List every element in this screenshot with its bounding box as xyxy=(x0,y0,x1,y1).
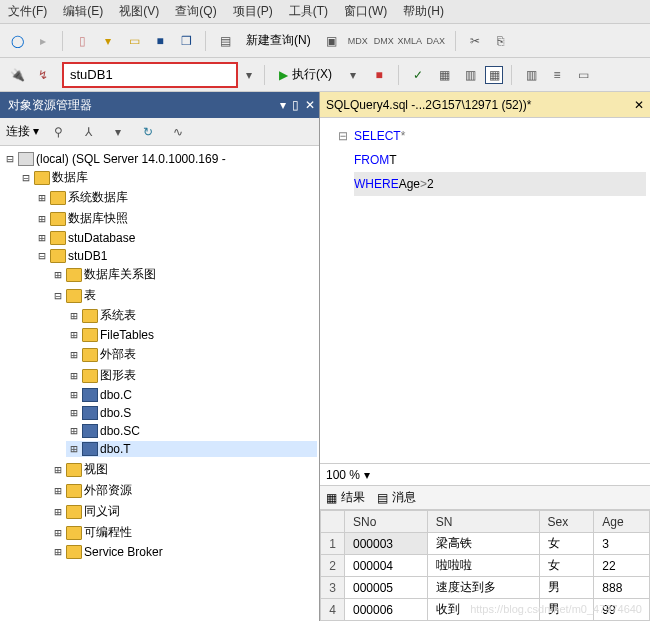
tree-server-node[interactable]: ⊟ (local) (SQL Server 14.0.1000.169 - xyxy=(2,151,317,167)
save-icon[interactable]: ■ xyxy=(149,30,171,52)
col-sn[interactable]: SN xyxy=(427,511,539,533)
database-selector-input[interactable] xyxy=(70,67,230,82)
stop-icon[interactable]: ■ xyxy=(368,64,390,86)
nav-fwd-icon[interactable]: ▸ xyxy=(32,30,54,52)
panel-pin-icon[interactable]: ▯ xyxy=(292,98,299,112)
collapse-icon[interactable]: ⊟ xyxy=(4,152,16,166)
expand-icon[interactable]: ⊞ xyxy=(36,231,48,245)
include-plan-icon[interactable]: ▥ xyxy=(459,64,481,86)
tree-dbo-s[interactable]: ⊞dbo.S xyxy=(66,405,317,421)
dmx-icon[interactable]: DMX xyxy=(373,30,395,52)
panel-dropdown-icon[interactable]: ▾ xyxy=(280,98,286,112)
menu-help[interactable]: 帮助(H) xyxy=(403,3,444,20)
activity-icon[interactable]: ∿ xyxy=(167,121,189,143)
execute-button[interactable]: ▶ 执行(X) xyxy=(273,64,338,85)
filter-icon[interactable]: ▾ xyxy=(107,121,129,143)
tree-exttables[interactable]: ⊞外部表 xyxy=(66,345,317,364)
tree-synonyms[interactable]: ⊞同义词 xyxy=(50,502,317,521)
tree-diagrams[interactable]: ⊞数据库关系图 xyxy=(50,265,317,284)
cut-icon[interactable]: ✂ xyxy=(464,30,486,52)
menu-project[interactable]: 项目(P) xyxy=(233,3,273,20)
new-query-button[interactable]: 新建查询(N) xyxy=(240,30,317,51)
expand-icon[interactable]: ⊞ xyxy=(68,388,80,402)
new-item-icon[interactable]: ▯ xyxy=(71,30,93,52)
expand-icon[interactable]: ⊞ xyxy=(52,484,64,498)
results-grid[interactable]: SNo SN Sex Age 1000003梁高铁女3 2000004啦啦啦女2… xyxy=(320,509,650,621)
tree-dbsnap[interactable]: ⊞数据库快照 xyxy=(34,209,317,228)
database-selector[interactable] xyxy=(62,62,238,88)
copy-icon[interactable]: ⎘ xyxy=(490,30,512,52)
folder-icon[interactable]: ▭ xyxy=(123,30,145,52)
connect-y-icon[interactable]: ⅄ xyxy=(77,121,99,143)
menu-query[interactable]: 查询(Q) xyxy=(175,3,216,20)
tree-graphtables[interactable]: ⊞图形表 xyxy=(66,366,317,385)
expand-icon[interactable]: ⊞ xyxy=(68,424,80,438)
tab-close-icon[interactable]: ✕ xyxy=(634,98,644,112)
expand-icon[interactable]: ⊞ xyxy=(68,406,80,420)
window-icon[interactable]: ▭ xyxy=(572,64,594,86)
parse-icon[interactable]: ✓ xyxy=(407,64,429,86)
refresh-icon[interactable]: ↻ xyxy=(137,121,159,143)
tree-dbo-t[interactable]: ⊞dbo.T xyxy=(66,441,317,457)
saveall-icon[interactable]: ❒ xyxy=(175,30,197,52)
expand-icon[interactable]: ⊞ xyxy=(52,545,64,559)
collapse-icon[interactable]: ⊟ xyxy=(52,289,64,303)
tree-studb[interactable]: ⊞stuDatabase xyxy=(34,230,317,246)
expand-icon[interactable]: ⊞ xyxy=(68,348,80,362)
tree-views[interactable]: ⊞视图 xyxy=(50,460,317,479)
options-icon[interactable]: ▥ xyxy=(520,64,542,86)
zoom-value[interactable]: 100 % xyxy=(326,468,360,482)
editor-tab[interactable]: SQLQuery4.sql -...2G157\12971 (52))* xyxy=(326,98,531,112)
tree-service-broker[interactable]: ⊞Service Broker xyxy=(50,544,317,560)
xmla-icon[interactable]: XMLA xyxy=(399,30,421,52)
tree-dbo-sc[interactable]: ⊞dbo.SC xyxy=(66,423,317,439)
messages-tab[interactable]: ▤消息 xyxy=(377,489,416,506)
indent-icon[interactable]: ≡ xyxy=(546,64,568,86)
connect-icon[interactable]: 🔌 xyxy=(6,64,28,86)
expand-icon[interactable]: ⊞ xyxy=(68,442,80,456)
collapse-icon[interactable]: ⊟ xyxy=(20,171,32,185)
tree-filetables[interactable]: ⊞FileTables xyxy=(66,327,317,343)
col-sno[interactable]: SNo xyxy=(345,511,428,533)
col-age[interactable]: Age xyxy=(594,511,650,533)
collapse-icon[interactable]: ⊟ xyxy=(36,249,48,263)
menu-view[interactable]: 视图(V) xyxy=(119,3,159,20)
expand-icon[interactable]: ⊞ xyxy=(52,505,64,519)
fold-icon[interactable]: ⊟ xyxy=(324,124,354,148)
debug-icon[interactable]: ▾ xyxy=(342,64,364,86)
expand-icon[interactable]: ⊞ xyxy=(52,268,64,282)
tree-dbo-c[interactable]: ⊞dbo.C xyxy=(66,387,317,403)
menu-file[interactable]: 文件(F) xyxy=(8,3,47,20)
col-sex[interactable]: Sex xyxy=(539,511,594,533)
open-icon[interactable]: ▾ xyxy=(97,30,119,52)
tree-studb1[interactable]: ⊟stuDB1 xyxy=(34,248,317,264)
plan-icon[interactable]: ▦ xyxy=(433,64,455,86)
connect-dropdown[interactable]: 连接 ▾ xyxy=(6,123,39,140)
object-tree[interactable]: ⊟ (local) (SQL Server 14.0.1000.169 - ⊟ … xyxy=(0,146,319,621)
grid-row[interactable]: 3000005速度达到多男888 xyxy=(321,577,650,599)
results-grid-icon[interactable]: ▦ xyxy=(485,66,503,84)
expand-icon[interactable]: ⊞ xyxy=(52,463,64,477)
panel-close-icon[interactable]: ✕ xyxy=(305,98,315,112)
grid-row[interactable]: 1000003梁高铁女3 xyxy=(321,533,650,555)
connect-plug-icon[interactable]: ⚲ xyxy=(47,121,69,143)
tree-extres[interactable]: ⊞外部资源 xyxy=(50,481,317,500)
menu-tools[interactable]: 工具(T) xyxy=(289,3,328,20)
expand-icon[interactable]: ⊞ xyxy=(68,328,80,342)
expand-icon[interactable]: ⊞ xyxy=(68,369,80,383)
tree-sysdb[interactable]: ⊞系统数据库 xyxy=(34,188,317,207)
expand-icon[interactable]: ⊞ xyxy=(36,191,48,205)
expand-icon[interactable]: ⊞ xyxy=(52,526,64,540)
expand-icon[interactable]: ⊞ xyxy=(36,212,48,226)
results-tab[interactable]: ▦结果 xyxy=(326,489,365,506)
expand-icon[interactable]: ⊞ xyxy=(68,309,80,323)
mdx-icon[interactable]: MDX xyxy=(347,30,369,52)
disconnect-icon[interactable]: ↯ xyxy=(32,64,54,86)
dax-icon[interactable]: DAX xyxy=(425,30,447,52)
script-icon[interactable]: ▤ xyxy=(214,30,236,52)
tree-tables[interactable]: ⊟表 xyxy=(50,286,317,305)
database-selector-dropdown-icon[interactable]: ▾ xyxy=(242,68,256,82)
grid-row[interactable]: 4000006收到男99 xyxy=(321,599,650,621)
menu-edit[interactable]: 编辑(E) xyxy=(63,3,103,20)
zoom-dropdown-icon[interactable]: ▾ xyxy=(364,468,370,482)
